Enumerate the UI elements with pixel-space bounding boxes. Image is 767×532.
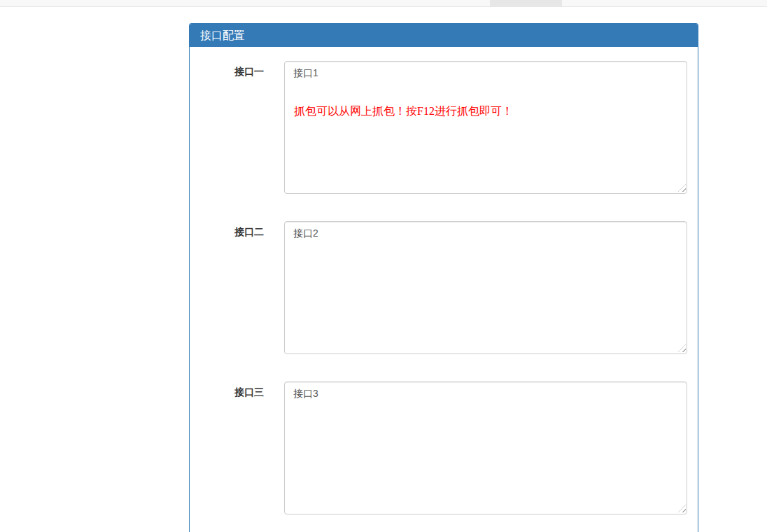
interface-3-textarea-wrap: 接口3: [284, 382, 687, 514]
form-row-interface-2: 接口二 接口2: [199, 221, 688, 354]
interface-2-textarea[interactable]: 接口2: [284, 221, 687, 354]
panel-body: 接口一 接口1 抓包可以从网上抓包！按F12进行抓包即可！ 接口二 接口2 接口…: [190, 47, 698, 514]
form-row-interface-3: 接口三 接口3: [199, 382, 688, 514]
navbar-active-tab[interactable]: [490, 0, 562, 7]
interface-3-label: 接口三: [199, 382, 284, 514]
interface-1-textarea-wrap: 接口1 抓包可以从网上抓包！按F12进行抓包即可！: [284, 61, 687, 194]
interface-1-textarea[interactable]: 接口1: [284, 61, 687, 194]
form-row-interface-1: 接口一 接口1 抓包可以从网上抓包！按F12进行抓包即可！: [199, 61, 688, 194]
interface-config-panel: 接口配置 接口一 接口1 抓包可以从网上抓包！按F12进行抓包即可！ 接口二 接…: [189, 23, 698, 532]
interface-2-textarea-wrap: 接口2: [284, 221, 687, 354]
interface-1-label: 接口一: [199, 61, 284, 194]
interface-2-label: 接口二: [199, 221, 284, 354]
panel-title: 接口配置: [200, 29, 245, 41]
top-navbar: [0, 0, 767, 7]
interface-3-textarea[interactable]: 接口3: [284, 382, 687, 514]
panel-header: 接口配置: [190, 24, 698, 47]
